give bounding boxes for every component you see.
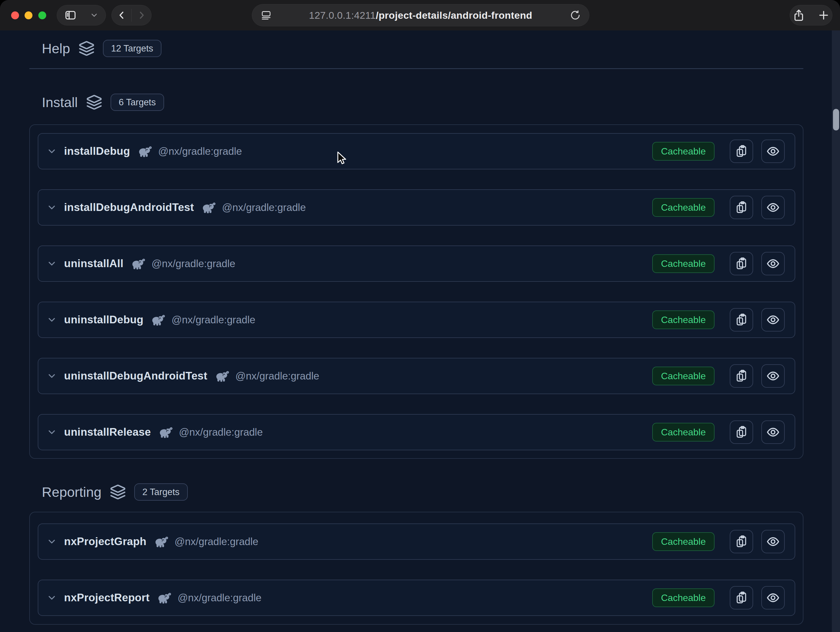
section-title: Install [42, 94, 78, 110]
url-text: 127.0.0.1:4211/project-details/android-f… [309, 9, 532, 21]
target-row-nxProjectReport[interactable]: nxProjectReport @nx/gradle:gradle Cachea… [38, 580, 795, 616]
back-icon [116, 9, 127, 21]
chevron-down-icon[interactable] [46, 427, 57, 438]
gradle-elephant-icon [131, 258, 146, 270]
url-path: /project-details/android-frontend [376, 9, 532, 21]
page-settings-icon[interactable] [260, 9, 272, 21]
target-name: installDebugAndroidTest [64, 201, 194, 213]
cacheable-badge: Cacheable [652, 142, 715, 161]
view-target-button[interactable] [761, 308, 785, 332]
copy-command-button[interactable] [730, 308, 753, 332]
pointer-cursor [335, 151, 347, 166]
view-target-button[interactable] [761, 530, 785, 553]
chevron-down-icon[interactable] [46, 371, 57, 381]
copy-command-button[interactable] [730, 586, 753, 610]
target-row-installDebug[interactable]: installDebug @nx/gradle:gradle Cacheable [38, 133, 795, 169]
close-window-button[interactable] [11, 11, 19, 19]
scrollbar-thumb[interactable] [833, 109, 839, 131]
copy-icon [735, 425, 748, 439]
copy-icon [735, 591, 748, 605]
share-icon[interactable] [792, 9, 805, 22]
section-heading-help: Help 12 Targets [42, 40, 161, 57]
cacheable-badge: Cacheable [652, 254, 715, 273]
targets-count-badge: 2 Targets [134, 483, 188, 501]
copy-icon [735, 369, 748, 383]
chevron-down-icon[interactable] [46, 258, 57, 269]
sidebar-toggle-icon[interactable] [64, 9, 77, 22]
reload-icon[interactable] [570, 9, 581, 21]
address-bar[interactable]: 127.0.0.1:4211/project-details/android-f… [252, 4, 589, 26]
toolbar-action-group [790, 5, 832, 25]
cacheable-badge: Cacheable [652, 532, 715, 551]
target-row-uninstallAll[interactable]: uninstallAll @nx/gradle:gradle Cacheable [38, 245, 795, 282]
target-name: nxProjectReport [64, 592, 150, 604]
target-executor: @nx/gradle:gradle [222, 202, 306, 213]
view-target-button[interactable] [761, 364, 785, 388]
copy-icon [735, 201, 748, 214]
copy-command-button[interactable] [730, 252, 753, 275]
eye-icon [766, 591, 780, 605]
target-executor: @nx/gradle:gradle [179, 426, 263, 438]
gradle-elephant-icon [201, 201, 216, 213]
back-button[interactable] [112, 5, 131, 25]
section-title: Reporting [42, 484, 101, 500]
gradle-elephant-icon [150, 314, 166, 326]
target-executor: @nx/gradle:gradle [178, 592, 262, 604]
cacheable-badge: Cacheable [652, 198, 715, 217]
view-target-button[interactable] [761, 196, 785, 219]
chevron-down-icon[interactable] [46, 314, 57, 325]
copy-command-button[interactable] [730, 530, 753, 553]
target-row-installDebugAndroidTest[interactable]: installDebugAndroidTest @nx/gradle:gradl… [38, 189, 795, 226]
eye-icon [766, 201, 780, 214]
layers-icon [86, 94, 103, 111]
view-target-button[interactable] [761, 586, 785, 610]
copy-command-button[interactable] [730, 196, 753, 219]
forward-button[interactable] [132, 5, 151, 25]
chevron-down-icon[interactable] [90, 11, 99, 20]
target-row-nxProjectGraph[interactable]: nxProjectGraph @nx/gradle:gradle Cacheab… [38, 523, 795, 560]
copy-command-button[interactable] [730, 364, 753, 388]
section-title: Help [42, 40, 70, 57]
target-name: installDebug [64, 145, 130, 157]
target-executor: @nx/gradle:gradle [152, 258, 235, 270]
browser-toolbar: 127.0.0.1:4211/project-details/android-f… [0, 0, 840, 30]
target-name: uninstallRelease [64, 426, 151, 438]
nav-button-group [111, 5, 152, 25]
view-target-button[interactable] [761, 252, 785, 275]
target-name: nxProjectGraph [64, 536, 147, 548]
eye-icon [766, 425, 780, 439]
sidebar-toggle-group [57, 5, 106, 25]
target-executor: @nx/gradle:gradle [158, 145, 242, 157]
chevron-down-icon[interactable] [46, 592, 57, 603]
copy-icon [735, 535, 748, 548]
chevron-down-icon[interactable] [46, 202, 57, 213]
chevron-down-icon[interactable] [46, 536, 57, 547]
copy-icon [735, 257, 748, 270]
eye-icon [766, 257, 780, 270]
gradle-elephant-icon [158, 426, 173, 438]
copy-icon [735, 145, 748, 158]
view-target-button[interactable] [761, 420, 785, 444]
target-executor: @nx/gradle:gradle [171, 314, 255, 325]
target-row-uninstallDebugAndroidTest[interactable]: uninstallDebugAndroidTest @nx/gradle:gra… [38, 358, 795, 394]
gradle-elephant-icon [153, 536, 169, 548]
target-row-uninstallDebug[interactable]: uninstallDebug @nx/gradle:gradle Cacheab… [38, 302, 795, 338]
new-tab-icon[interactable] [818, 9, 830, 21]
copy-command-button[interactable] [730, 420, 753, 444]
view-target-button[interactable] [761, 139, 785, 163]
targets-count-badge: 12 Targets [103, 40, 161, 57]
eye-icon [766, 369, 780, 383]
cacheable-badge: Cacheable [652, 367, 715, 386]
forward-icon [136, 9, 147, 21]
zoom-window-button[interactable] [38, 11, 46, 19]
minimize-window-button[interactable] [25, 11, 32, 19]
section-heading-install: Install 6 Targets [42, 94, 164, 111]
layers-icon [110, 484, 126, 500]
target-name: uninstallDebug [64, 314, 143, 326]
reporting-targets-group: nxProjectGraph @nx/gradle:gradle Cacheab… [29, 512, 804, 625]
chevron-down-icon[interactable] [46, 146, 57, 156]
target-row-uninstallRelease[interactable]: uninstallRelease @nx/gradle:gradle Cache… [38, 414, 795, 450]
target-executor: @nx/gradle:gradle [235, 370, 319, 382]
copy-command-button[interactable] [730, 139, 753, 163]
gradle-elephant-icon [156, 592, 172, 604]
